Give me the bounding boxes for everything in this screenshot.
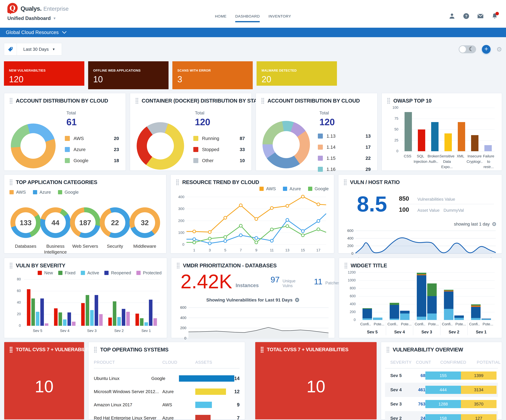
qualys-logo[interactable]: Q [7, 3, 18, 14]
stacked-bar [373, 318, 382, 320]
time-range-filter[interactable]: Last 30 Days ▼ [4, 43, 62, 55]
toggle-knob [459, 46, 466, 53]
category-label: Databases [15, 243, 36, 249]
count-link[interactable]: 68 [408, 373, 425, 378]
filter-row: Last 30 Days ▼ ☾ + ⚙ [4, 43, 502, 55]
add-widget-button[interactable]: + [482, 45, 491, 54]
user-icon[interactable] [449, 13, 455, 20]
widget-title: TOP OPERATING SYSTEMS [100, 347, 168, 353]
widget-row-4: TOTAL CVSS 7 + VULNERABILITIES 10 TOP OP… [4, 342, 502, 420]
bar-label: Pote... [401, 322, 412, 326]
table-row[interactable]: Ubuntu LinuxGoogle14 [94, 375, 240, 382]
table-row[interactable]: Red Hat Enterprise Linux ServerAzure7 [94, 415, 240, 420]
axis-tick: 75 [389, 116, 398, 121]
legend-item: 1.1417 [318, 144, 371, 150]
axis-tick: 1000 [346, 278, 356, 282]
widget-title: RESOURCE TREND BY CLOUD [182, 179, 259, 185]
svg-text:7: 7 [240, 248, 242, 252]
bar [81, 303, 85, 326]
table-row[interactable]: Amazon Linux 2017AWS9 [94, 402, 240, 408]
kpi-tile[interactable]: MALWARE DETECTED20 [257, 61, 337, 86]
trend-line-chart: 40030020010001357911131517 [176, 191, 329, 254]
drag-handle[interactable] [387, 98, 390, 104]
svg-text:3: 3 [209, 248, 211, 252]
legend-item: 1.1629 [318, 167, 371, 172]
bar-segment [471, 318, 480, 320]
x-label: Sensitive Data Expo... [439, 154, 454, 170]
drag-handle[interactable] [9, 263, 13, 269]
bar [63, 319, 67, 326]
bar-segment [417, 317, 426, 320]
ratio-value: 8.5 [357, 193, 387, 215]
showing-label: Showing Vulnerabilities for Last 91 Days [206, 298, 293, 303]
drag-handle[interactable] [135, 98, 139, 104]
mail-icon[interactable] [477, 13, 484, 20]
showing-label: showing last 1 day [454, 222, 490, 227]
legend-swatch [318, 134, 323, 139]
legend-swatch [318, 145, 323, 150]
cvss-count: 10 [9, 353, 79, 415]
count-link[interactable]: 461 [408, 387, 425, 392]
widget-settings-gear-icon[interactable]: ⚙ [492, 221, 497, 227]
drag-handle[interactable] [9, 179, 13, 185]
kpi-tile[interactable]: SCANS WITH ERROR3 [172, 61, 253, 89]
severity-label: Sev 2 [386, 416, 408, 420]
severity-label: Sev 4 [386, 387, 408, 392]
kpi-value: 20 [262, 74, 337, 84]
drag-handle[interactable] [260, 346, 264, 353]
drag-handle[interactable] [386, 346, 390, 353]
nav-tab-home[interactable]: HOME [215, 14, 226, 22]
widget-settings-gear-icon[interactable]: ⚙ [295, 297, 300, 303]
time-range-value: Last 30 Days [23, 47, 49, 52]
svg-text:5: 5 [224, 248, 226, 252]
legend-item: 1.1313 [318, 133, 371, 139]
table-header: SEVERITYCOUNTCONFIRMEDPOTENTIAL [385, 360, 498, 368]
drag-handle[interactable] [261, 98, 264, 104]
legend-item: Google [308, 186, 329, 191]
group-label: Sev 2 [440, 330, 467, 335]
bar [54, 308, 58, 326]
potential-chip: 3134 [461, 386, 497, 394]
drag-handle[interactable] [9, 98, 13, 104]
os-product: Microsoft Windows Server 2012... [94, 389, 162, 394]
vulnerability-overview-table: SEVERITYCOUNTCONFIRMEDPOTENTIALSev 56815… [385, 360, 498, 420]
category-count: 44 [51, 219, 59, 227]
table-row[interactable]: Microsoft Windows Server 2012...Azure12 [94, 388, 240, 395]
bar [144, 322, 148, 326]
x-label: Sev 1 [133, 328, 160, 333]
category-donut: 44Business Intelligence [40, 207, 70, 255]
axis-tick: 0 [389, 149, 398, 153]
column-header: COUNT [413, 360, 431, 365]
total-label: Total [320, 110, 371, 115]
kpi-tile[interactable]: NEW VULNERABILTIES120 [4, 61, 84, 86]
count-link[interactable]: 763 [408, 401, 425, 406]
patches-value: 11 [314, 277, 322, 286]
confirmed-chip: 444 [425, 386, 461, 394]
notifications-bell-icon[interactable] [491, 13, 498, 20]
group-label: Sev 4 [386, 330, 413, 335]
dark-mode-toggle[interactable]: ☾ [459, 45, 476, 53]
scope-selector[interactable]: Global Cloud Resources [0, 28, 506, 37]
drag-handle[interactable] [344, 179, 347, 185]
bar [445, 133, 452, 151]
drag-handle[interactable] [176, 179, 179, 185]
category-label: Middleware [133, 243, 156, 249]
nav-tab-inventory[interactable]: INVENTORY [269, 14, 291, 22]
axis-tick: 600 [346, 294, 356, 298]
kpi-tile[interactable]: OFFLINE WEB APPLICATIONS10 [88, 61, 168, 89]
drag-handle[interactable] [94, 346, 97, 353]
drag-handle[interactable] [177, 263, 180, 269]
bar-segment [362, 309, 372, 318]
table-row: Sev 224158127 [385, 411, 498, 420]
drag-handle[interactable] [9, 346, 13, 353]
widget-title: ACCOUNT DISTRIBUTION BY CLOUD [267, 98, 360, 104]
settings-gear-icon[interactable]: ⚙ [496, 46, 502, 53]
widget-vuln-host-ratio: VULN / HOST RATIO 8.5 850 Vulnerabilitie… [338, 174, 502, 253]
help-icon[interactable]: ? [463, 13, 470, 20]
nav-tab-dashboard[interactable]: DASHBOARD [235, 14, 260, 22]
category-donut: 22Security [100, 207, 130, 255]
dashboard-selector[interactable]: Unified Dashboard ▼ [7, 16, 56, 21]
count-link[interactable]: 24 [408, 416, 425, 420]
svg-text:200: 200 [180, 326, 186, 330]
drag-handle[interactable] [344, 263, 347, 269]
